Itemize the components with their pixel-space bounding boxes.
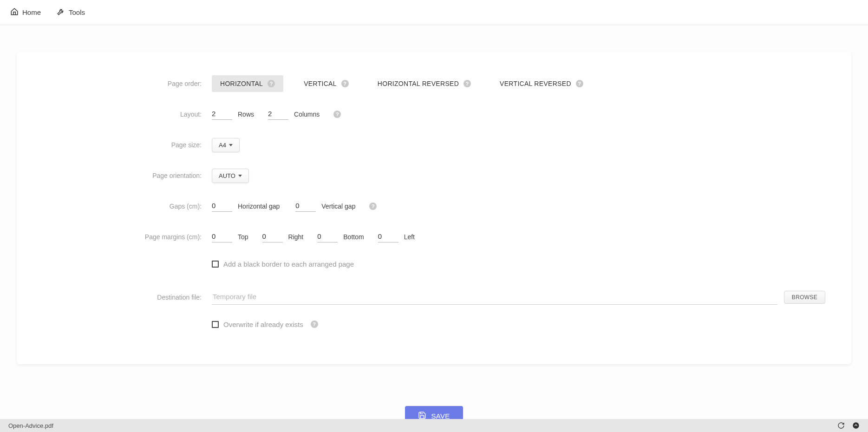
margin-top-sublabel: Top: [238, 233, 248, 241]
page-order-option-label: HORIZONTAL: [220, 80, 263, 87]
caret-down-icon: [238, 175, 242, 177]
svg-point-0: [853, 422, 859, 428]
help-icon[interactable]: ?: [341, 80, 349, 87]
page-order-vertical-reversed[interactable]: VERTICAL REVERSED ?: [491, 75, 592, 92]
layout-label: Layout:: [43, 111, 212, 118]
margin-bottom-sublabel: Bottom: [343, 233, 364, 241]
page-size-dropdown[interactable]: A4: [212, 138, 240, 152]
destination-file-label: Destination file:: [43, 294, 212, 301]
page-order-label: Page order:: [43, 80, 212, 87]
margin-right-input[interactable]: [262, 231, 283, 242]
status-bar: Open-Advice.pdf: [0, 419, 868, 432]
help-icon[interactable]: ?: [333, 111, 341, 118]
cols-sublabel: Columns: [294, 111, 320, 118]
status-filename: Open-Advice.pdf: [8, 422, 53, 429]
nav-tools[interactable]: Tools: [57, 7, 85, 17]
margin-left-sublabel: Left: [404, 233, 415, 241]
page-order-option-label: VERTICAL: [304, 80, 337, 87]
margin-top-input[interactable]: [212, 231, 232, 242]
page-size-label: Page size:: [43, 141, 212, 149]
page-orientation-dropdown[interactable]: AUTO: [212, 169, 249, 183]
scroll-top-icon[interactable]: [852, 422, 860, 429]
vgap-input[interactable]: [295, 201, 316, 212]
help-icon[interactable]: ?: [369, 203, 377, 210]
page-orientation-label: Page orientation:: [43, 172, 212, 179]
help-icon[interactable]: ?: [311, 321, 318, 328]
page-order-option-label: VERTICAL REVERSED: [500, 80, 571, 87]
page-order-horizontal[interactable]: HORIZONTAL ?: [212, 75, 283, 92]
page-order-vertical[interactable]: VERTICAL ?: [295, 75, 357, 92]
settings-panel: Page order: HORIZONTAL ? VERTICAL ? HORI…: [17, 52, 851, 364]
refresh-icon[interactable]: [837, 422, 845, 429]
help-icon[interactable]: ?: [576, 80, 583, 87]
nav-tools-label: Tools: [69, 8, 85, 16]
page-order-option-label: HORIZONTAL REVERSED: [378, 80, 459, 87]
nav-home[interactable]: Home: [10, 7, 41, 17]
page-order-horizontal-reversed[interactable]: HORIZONTAL REVERSED ?: [369, 75, 479, 92]
browse-button[interactable]: BROWSE: [784, 291, 825, 304]
tools-icon: [57, 7, 65, 17]
page-order-toggle-group: HORIZONTAL ? VERTICAL ? HORIZONTAL REVER…: [212, 75, 592, 92]
rows-sublabel: Rows: [238, 111, 254, 118]
vgap-sublabel: Vertical gap: [321, 203, 355, 210]
top-nav: Home Tools: [0, 0, 868, 25]
nav-home-label: Home: [22, 8, 41, 16]
caret-down-icon: [229, 144, 233, 146]
overwrite-checkbox[interactable]: [212, 321, 219, 328]
cols-input[interactable]: [268, 109, 288, 120]
gaps-label: Gaps (cm):: [43, 203, 212, 210]
help-icon[interactable]: ?: [463, 80, 471, 87]
border-checkbox-label: Add a black border to each arranged page: [223, 260, 354, 268]
rows-input[interactable]: [212, 109, 232, 120]
border-checkbox[interactable]: [212, 261, 219, 268]
help-icon[interactable]: ?: [268, 80, 275, 87]
margin-right-sublabel: Right: [288, 233, 304, 241]
margin-left-input[interactable]: [378, 231, 398, 242]
hgap-sublabel: Horizontal gap: [238, 203, 280, 210]
page-margins-label: Page margins (cm):: [43, 233, 212, 241]
page-size-value: A4: [219, 142, 226, 149]
home-icon: [10, 7, 19, 17]
hgap-input[interactable]: [212, 201, 232, 212]
margin-bottom-input[interactable]: [317, 231, 338, 242]
overwrite-checkbox-label: Overwrite if already exists: [223, 321, 303, 328]
page-orientation-value: AUTO: [219, 172, 235, 179]
destination-file-input[interactable]: [212, 290, 777, 305]
